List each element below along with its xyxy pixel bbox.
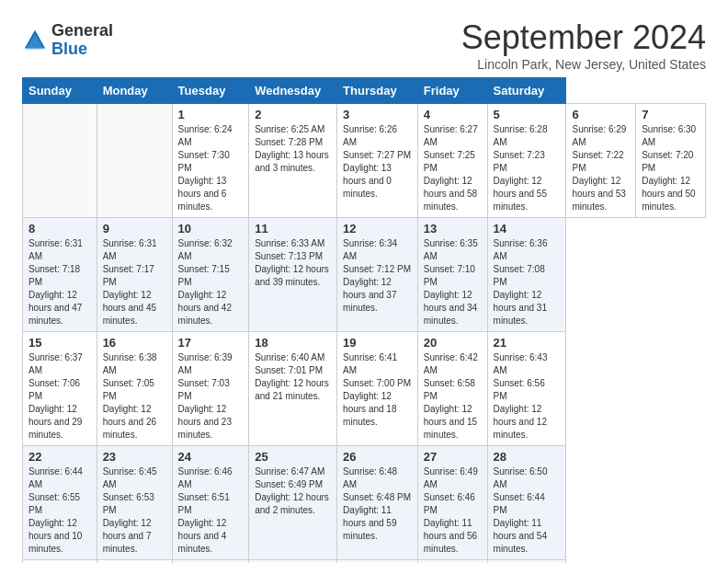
- calendar-cell: [417, 560, 487, 564]
- day-info: Sunrise: 6:26 AM Sunset: 7:27 PM Dayligh…: [343, 123, 412, 201]
- day-number: 12: [343, 222, 412, 236]
- day-number: 21: [494, 336, 561, 350]
- day-number: 6: [572, 108, 630, 121]
- day-number: 26: [343, 450, 412, 464]
- day-info: Sunrise: 6:25 AM Sunset: 7:28 PM Dayligh…: [255, 123, 331, 175]
- calendar-table: SundayMondayTuesdayWednesdayThursdayFrid…: [22, 77, 706, 563]
- calendar-cell: 12 Sunrise: 6:34 AM Sunset: 7:12 PM Dayl…: [337, 218, 418, 332]
- day-info: Sunrise: 6:41 AM Sunset: 7:00 PM Dayligh…: [343, 351, 412, 429]
- calendar-cell: 23 Sunrise: 6:45 AM Sunset: 6:53 PM Dayl…: [97, 446, 172, 560]
- day-info: Sunrise: 6:50 AM Sunset: 6:44 PM Dayligh…: [494, 465, 561, 556]
- calendar-cell: 30 Sunrise: 6:52 AM Sunset: 6:41 PM Dayl…: [97, 560, 172, 564]
- day-number: 22: [28, 450, 91, 464]
- calendar-cell: [97, 104, 172, 218]
- calendar-cell: 26 Sunrise: 6:48 AM Sunset: 6:48 PM Dayl…: [337, 446, 418, 560]
- day-info: Sunrise: 6:37 AM Sunset: 7:06 PM Dayligh…: [28, 351, 91, 442]
- day-info: Sunrise: 6:42 AM Sunset: 6:58 PM Dayligh…: [424, 351, 482, 442]
- day-info: Sunrise: 6:27 AM Sunset: 7:25 PM Dayligh…: [424, 123, 482, 213]
- calendar-cell: 20 Sunrise: 6:42 AM Sunset: 6:58 PM Dayl…: [417, 332, 487, 446]
- weekday-header-row: SundayMondayTuesdayWednesdayThursdayFrid…: [23, 78, 706, 104]
- day-number: 7: [642, 108, 700, 121]
- day-number: 27: [424, 450, 482, 464]
- location-title: Lincoln Park, New Jersey, United States: [461, 57, 706, 72]
- day-number: 9: [103, 222, 166, 236]
- day-info: Sunrise: 6:36 AM Sunset: 7:08 PM Dayligh…: [494, 237, 561, 327]
- calendar-cell: 27 Sunrise: 6:49 AM Sunset: 6:46 PM Dayl…: [417, 446, 487, 560]
- weekday-header-friday: Friday: [417, 78, 487, 104]
- logo: General Blue: [22, 22, 113, 59]
- calendar-week-5: 29 Sunrise: 6:51 AM Sunset: 6:43 PM Dayl…: [23, 560, 706, 564]
- calendar-week-1: 1 Sunrise: 6:24 AM Sunset: 7:30 PM Dayli…: [23, 104, 706, 218]
- day-number: 20: [424, 336, 482, 350]
- calendar-cell: 5 Sunrise: 6:28 AM Sunset: 7:23 PM Dayli…: [487, 104, 566, 218]
- day-number: 15: [28, 336, 91, 350]
- calendar-cell: 13 Sunrise: 6:35 AM Sunset: 7:10 PM Dayl…: [417, 218, 487, 332]
- calendar-cell: 6 Sunrise: 6:29 AM Sunset: 7:22 PM Dayli…: [566, 104, 636, 218]
- weekday-header-thursday: Thursday: [337, 78, 418, 104]
- day-number: 24: [178, 450, 244, 464]
- day-number: 23: [103, 450, 166, 464]
- day-number: 10: [178, 222, 244, 236]
- day-number: 2: [255, 108, 331, 121]
- calendar-cell: 19 Sunrise: 6:41 AM Sunset: 7:00 PM Dayl…: [337, 332, 418, 446]
- title-area: September 2024 Lincoln Park, New Jersey,…: [461, 18, 706, 72]
- calendar-cell: 4 Sunrise: 6:27 AM Sunset: 7:25 PM Dayli…: [417, 104, 487, 218]
- calendar-cell: [249, 560, 337, 564]
- day-info: Sunrise: 6:33 AM Sunset: 7:13 PM Dayligh…: [255, 237, 331, 289]
- weekday-header-saturday: Saturday: [487, 78, 566, 104]
- day-number: 14: [494, 222, 561, 236]
- day-info: Sunrise: 6:32 AM Sunset: 7:15 PM Dayligh…: [178, 237, 244, 327]
- day-number: 19: [343, 336, 412, 350]
- day-number: 25: [255, 450, 331, 464]
- calendar-cell: 11 Sunrise: 6:33 AM Sunset: 7:13 PM Dayl…: [249, 218, 337, 332]
- day-number: 28: [494, 450, 561, 464]
- calendar-cell: 24 Sunrise: 6:46 AM Sunset: 6:51 PM Dayl…: [172, 446, 249, 560]
- day-info: Sunrise: 6:31 AM Sunset: 7:18 PM Dayligh…: [28, 237, 91, 327]
- calendar-cell: 7 Sunrise: 6:30 AM Sunset: 7:20 PM Dayli…: [636, 104, 706, 218]
- day-number: 5: [494, 108, 561, 121]
- calendar-week-4: 22 Sunrise: 6:44 AM Sunset: 6:55 PM Dayl…: [23, 446, 706, 560]
- day-info: Sunrise: 6:44 AM Sunset: 6:55 PM Dayligh…: [28, 465, 91, 556]
- day-info: Sunrise: 6:48 AM Sunset: 6:48 PM Dayligh…: [343, 465, 412, 543]
- calendar-cell: 3 Sunrise: 6:26 AM Sunset: 7:27 PM Dayli…: [337, 104, 418, 218]
- month-title: September 2024: [461, 18, 706, 57]
- logo-icon: [22, 28, 48, 53]
- header: General Blue September 2024 Lincoln Park…: [22, 18, 706, 72]
- calendar-cell: 17 Sunrise: 6:39 AM Sunset: 7:03 PM Dayl…: [172, 332, 249, 446]
- calendar-cell: [172, 560, 249, 564]
- day-info: Sunrise: 6:31 AM Sunset: 7:17 PM Dayligh…: [103, 237, 166, 327]
- calendar-cell: 10 Sunrise: 6:32 AM Sunset: 7:15 PM Dayl…: [172, 218, 249, 332]
- logo-line1: General: [51, 22, 113, 40]
- weekday-header-wednesday: Wednesday: [249, 78, 337, 104]
- calendar-cell: [23, 104, 97, 218]
- calendar-week-2: 8 Sunrise: 6:31 AM Sunset: 7:18 PM Dayli…: [23, 218, 706, 332]
- logo-line2: Blue: [51, 40, 113, 59]
- day-info: Sunrise: 6:49 AM Sunset: 6:46 PM Dayligh…: [424, 465, 482, 556]
- day-info: Sunrise: 6:29 AM Sunset: 7:22 PM Dayligh…: [572, 123, 630, 213]
- day-info: Sunrise: 6:45 AM Sunset: 6:53 PM Dayligh…: [103, 465, 166, 556]
- calendar-cell: 25 Sunrise: 6:47 AM Sunset: 6:49 PM Dayl…: [249, 446, 337, 560]
- day-info: Sunrise: 6:30 AM Sunset: 7:20 PM Dayligh…: [642, 123, 700, 213]
- calendar-cell: 9 Sunrise: 6:31 AM Sunset: 7:17 PM Dayli…: [97, 218, 172, 332]
- calendar-cell: 16 Sunrise: 6:38 AM Sunset: 7:05 PM Dayl…: [97, 332, 172, 446]
- calendar-week-3: 15 Sunrise: 6:37 AM Sunset: 7:06 PM Dayl…: [23, 332, 706, 446]
- day-info: Sunrise: 6:38 AM Sunset: 7:05 PM Dayligh…: [103, 351, 166, 442]
- day-number: 13: [424, 222, 482, 236]
- day-number: 8: [28, 222, 91, 236]
- calendar-cell: 2 Sunrise: 6:25 AM Sunset: 7:28 PM Dayli…: [249, 104, 337, 218]
- calendar-cell: 21 Sunrise: 6:43 AM Sunset: 6:56 PM Dayl…: [487, 332, 566, 446]
- calendar-cell: 22 Sunrise: 6:44 AM Sunset: 6:55 PM Dayl…: [23, 446, 97, 560]
- day-info: Sunrise: 6:28 AM Sunset: 7:23 PM Dayligh…: [494, 123, 561, 213]
- calendar-cell: 28 Sunrise: 6:50 AM Sunset: 6:44 PM Dayl…: [487, 446, 566, 560]
- calendar-cell: 18 Sunrise: 6:40 AM Sunset: 7:01 PM Dayl…: [249, 332, 337, 446]
- weekday-header-monday: Monday: [97, 78, 172, 104]
- calendar-cell: 8 Sunrise: 6:31 AM Sunset: 7:18 PM Dayli…: [23, 218, 97, 332]
- weekday-header-tuesday: Tuesday: [172, 78, 249, 104]
- calendar-cell: 29 Sunrise: 6:51 AM Sunset: 6:43 PM Dayl…: [23, 560, 97, 564]
- day-info: Sunrise: 6:43 AM Sunset: 6:56 PM Dayligh…: [494, 351, 561, 442]
- calendar-cell: 1 Sunrise: 6:24 AM Sunset: 7:30 PM Dayli…: [172, 104, 249, 218]
- day-number: 3: [343, 108, 412, 121]
- calendar-cell: [487, 560, 566, 564]
- day-number: 17: [178, 336, 244, 350]
- day-info: Sunrise: 6:39 AM Sunset: 7:03 PM Dayligh…: [178, 351, 244, 442]
